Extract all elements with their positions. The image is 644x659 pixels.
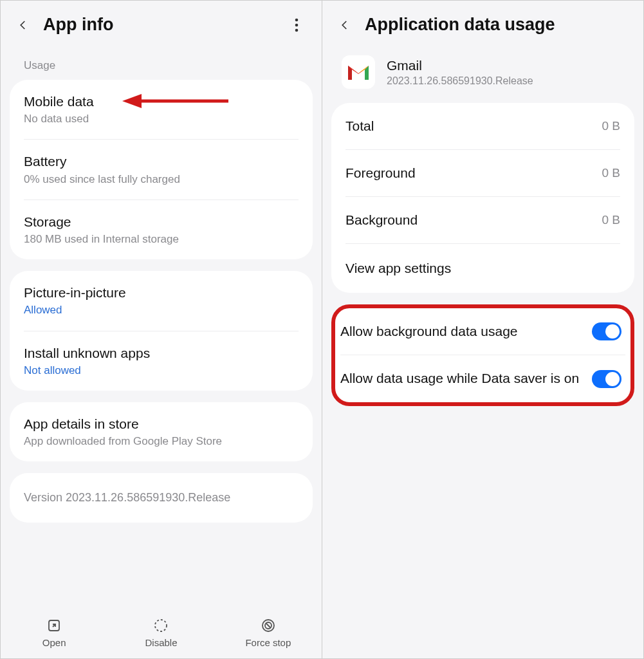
more-icon[interactable] xyxy=(287,15,306,35)
disable-button[interactable]: Disable xyxy=(135,618,187,648)
app-version: 2023.11.26.586591930.Release xyxy=(387,75,533,87)
gmail-icon xyxy=(342,55,375,89)
app-header: Gmail 2023.11.26.586591930.Release xyxy=(322,46,643,103)
force-stop-icon xyxy=(261,618,276,633)
data-toggles-card: Allow background data usage Allow data u… xyxy=(331,304,634,406)
foreground-value: 0 B xyxy=(602,166,620,180)
allow-background-row: Allow background data usage xyxy=(335,308,630,355)
total-value: 0 B xyxy=(602,119,620,133)
background-row: Background 0 B xyxy=(331,197,634,243)
open-label: Open xyxy=(42,637,66,648)
data-usage-panel: Application data usage Gmail 2023.11.26.… xyxy=(322,1,643,658)
svg-point-2 xyxy=(295,28,299,32)
svg-point-6 xyxy=(155,620,167,631)
mobile-data-row[interactable]: Mobile data No data used xyxy=(10,80,313,139)
storage-sub: 180 MB used in Internal storage xyxy=(24,232,299,246)
pip-row[interactable]: Picture-in-picture Allowed xyxy=(10,271,313,330)
pip-title: Picture-in-picture xyxy=(24,284,299,301)
force-stop-button[interactable]: Force stop xyxy=(243,618,294,648)
version-card: Version 2023.11.26.586591930.Release xyxy=(10,473,313,523)
foreground-row: Foreground 0 B xyxy=(331,150,634,196)
store-card: App details in store App downloaded from… xyxy=(10,402,313,461)
battery-row[interactable]: Battery 0% used since last fully charged xyxy=(10,140,313,199)
unknown-apps-title: Install unknown apps xyxy=(24,344,299,362)
mobile-data-sub: No data used xyxy=(24,112,299,126)
unknown-apps-row[interactable]: Install unknown apps Not allowed xyxy=(10,331,313,391)
disable-icon xyxy=(153,618,169,633)
svg-line-9 xyxy=(266,624,270,628)
unknown-apps-sub: Not allowed xyxy=(24,364,299,378)
usage-section-label: Usage xyxy=(1,46,322,80)
storage-row[interactable]: Storage 180 MB used in Internal storage xyxy=(10,200,313,259)
foreground-label: Foreground xyxy=(345,165,416,181)
app-meta: Gmail 2023.11.26.586591930.Release xyxy=(387,58,533,87)
app-details-sub: App downloaded from Google Play Store xyxy=(24,434,299,449)
app-details-row[interactable]: App details in store App downloaded from… xyxy=(10,402,313,461)
page-title: App info xyxy=(43,15,287,35)
back-icon[interactable] xyxy=(338,18,352,32)
background-value: 0 B xyxy=(602,213,620,227)
mobile-data-title: Mobile data xyxy=(24,93,299,110)
pip-sub: Allowed xyxy=(24,303,299,317)
allow-data-saver-row: Allow data usage while Data saver is on xyxy=(335,355,630,402)
data-usage-header: Application data usage xyxy=(322,1,643,46)
data-stats-card: Total 0 B Foreground 0 B Background 0 B … xyxy=(331,103,634,293)
svg-point-1 xyxy=(295,23,299,26)
allow-background-label: Allow background data usage xyxy=(340,322,583,340)
open-button[interactable]: Open xyxy=(28,618,80,648)
app-info-header: App info xyxy=(1,1,322,46)
total-label: Total xyxy=(345,118,374,134)
page-title: Application data usage xyxy=(365,15,628,35)
app-info-panel: App info Usage Mobile data No data used … xyxy=(1,1,322,658)
app-details-title: App details in store xyxy=(24,415,299,432)
bottom-action-bar: Open Disable Force stop xyxy=(1,609,322,658)
force-stop-label: Force stop xyxy=(245,637,291,648)
open-icon xyxy=(46,618,62,633)
battery-sub: 0% used since last fully charged xyxy=(24,172,299,187)
app-name: Gmail xyxy=(387,58,533,73)
disable-label: Disable xyxy=(145,637,177,648)
background-label: Background xyxy=(345,212,418,228)
view-app-settings[interactable]: View app settings xyxy=(331,244,634,293)
usage-card: Mobile data No data used Battery 0% used… xyxy=(10,80,313,259)
allow-background-toggle[interactable] xyxy=(592,322,621,340)
storage-title: Storage xyxy=(24,213,299,230)
svg-point-0 xyxy=(295,18,299,21)
total-row: Total 0 B xyxy=(331,103,634,149)
permissions-card: Picture-in-picture Allowed Install unkno… xyxy=(10,271,313,391)
version-text: Version 2023.11.26.586591930.Release xyxy=(24,491,299,505)
allow-data-saver-label: Allow data usage while Data saver is on xyxy=(340,369,583,387)
battery-title: Battery xyxy=(24,153,299,170)
back-icon[interactable] xyxy=(16,18,30,32)
allow-data-saver-toggle[interactable] xyxy=(592,370,621,388)
